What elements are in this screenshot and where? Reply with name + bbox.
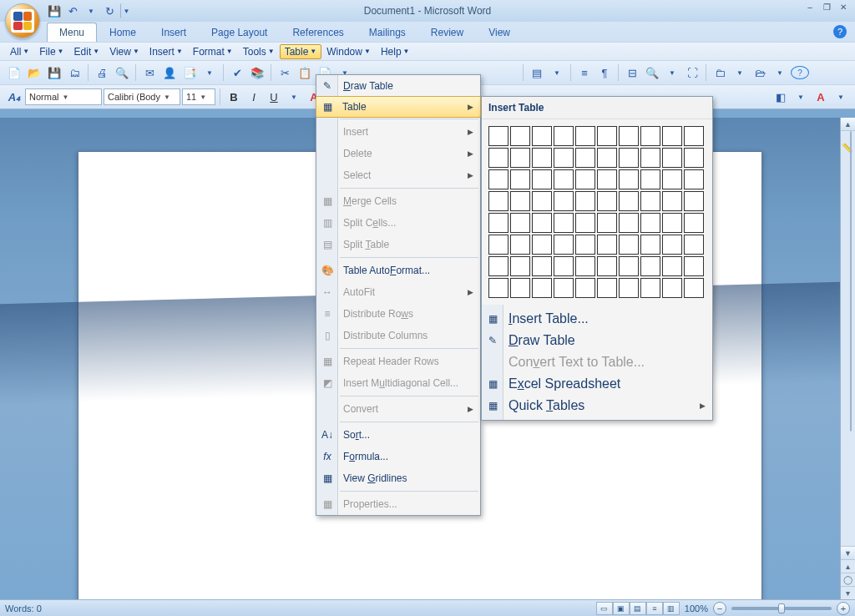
qat-redo-icon[interactable]: ↻ — [102, 3, 117, 18]
size-combo[interactable]: 11▼ — [182, 88, 215, 105]
zoom-slider-knob[interactable] — [778, 603, 785, 613]
mi-repeat-header[interactable]: ▦Repeat Header Rows — [316, 351, 480, 372]
align-icon[interactable]: ≡ — [575, 63, 594, 82]
grid-cell[interactable] — [684, 213, 704, 233]
grid-cell[interactable] — [597, 256, 617, 276]
grid-cell[interactable] — [532, 126, 552, 146]
grid-cell[interactable] — [640, 235, 660, 255]
grid-cell[interactable] — [532, 191, 552, 211]
grid-cell[interactable] — [662, 278, 682, 298]
grid-cell[interactable] — [619, 235, 639, 255]
grid-cell[interactable] — [640, 126, 660, 146]
font-color-dropdown[interactable]: ▼ — [832, 88, 850, 106]
grid-cell[interactable] — [510, 235, 530, 255]
grid-cell[interactable] — [619, 278, 639, 298]
zoom-in-button[interactable]: + — [837, 602, 850, 615]
menu-help[interactable]: Help▼ — [376, 44, 415, 59]
grid-cell[interactable] — [619, 148, 639, 168]
grid-cell[interactable] — [510, 148, 530, 168]
grid-cell[interactable] — [554, 191, 574, 211]
grid-cell[interactable] — [619, 256, 639, 276]
grid-cell[interactable] — [488, 191, 508, 211]
grid-cell[interactable] — [619, 169, 639, 189]
vertical-scrollbar[interactable]: 📏 ▲ ▼ ▴ ◯ ▾ — [840, 118, 855, 599]
italic-button[interactable]: I — [245, 88, 263, 106]
grid-cell[interactable] — [662, 235, 682, 255]
grid-cell[interactable] — [575, 148, 595, 168]
grid-cell[interactable] — [488, 235, 508, 255]
new-doc-icon[interactable]: 📄 — [5, 63, 23, 82]
grid-cell[interactable] — [532, 278, 552, 298]
grid-cell[interactable] — [488, 148, 508, 168]
grid-cell[interactable] — [554, 148, 574, 168]
mi-formula[interactable]: fxFormula... — [316, 446, 480, 467]
mi-table[interactable]: ▦Table▶ — [316, 96, 481, 118]
prev-page-button[interactable]: ▴ — [841, 559, 855, 573]
browse-object-button[interactable]: ◯ — [841, 573, 855, 586]
grid-cell[interactable] — [554, 126, 574, 146]
grid-cell[interactable] — [554, 278, 574, 298]
grid-cell[interactable] — [575, 191, 595, 211]
grid-cell[interactable] — [597, 213, 617, 233]
sub-quick-tables[interactable]: ▦Quick Tables▶ — [482, 395, 712, 417]
grid-cell[interactable] — [619, 126, 639, 146]
columns-dropdown[interactable]: ▼ — [548, 63, 566, 82]
zoom-dropdown[interactable]: ▼ — [663, 63, 681, 82]
font-combo[interactable]: Calibri (Body▼ — [104, 88, 180, 105]
grid-cell[interactable] — [684, 126, 704, 146]
grid-cell[interactable] — [510, 191, 530, 211]
scroll-up-button[interactable]: ▲ — [841, 118, 855, 131]
toolbar-dropdown-1[interactable]: ▼ — [200, 63, 219, 82]
grid-cell[interactable] — [662, 213, 682, 233]
style-a-icon[interactable]: A₄ — [5, 88, 23, 106]
tab-view[interactable]: View — [476, 23, 523, 42]
grid-cell[interactable] — [510, 169, 530, 189]
tab-page-layout[interactable]: Page Layout — [199, 23, 280, 42]
mi-merge-cells[interactable]: ▦Merge Cells — [316, 190, 480, 212]
close-button[interactable]: ✕ — [837, 3, 850, 12]
bold-button[interactable]: B — [225, 88, 243, 106]
grid-cell[interactable] — [532, 235, 552, 255]
columns-icon[interactable]: ▤ — [528, 63, 546, 82]
grid-cell[interactable] — [554, 169, 574, 189]
zoom-level[interactable]: 100% — [685, 603, 708, 613]
para-icon[interactable]: ¶ — [595, 63, 614, 82]
grid-cell[interactable] — [554, 213, 574, 233]
style-combo[interactable]: Normal▼ — [25, 88, 102, 105]
menu-table[interactable]: Table▼ — [280, 44, 322, 59]
full-screen-view[interactable]: ▣ — [613, 602, 630, 615]
menu-file[interactable]: File▼ — [34, 44, 68, 59]
mi-split-cells[interactable]: ▥Split Cells... — [316, 212, 480, 234]
grid-cell[interactable] — [554, 256, 574, 276]
zoom-icon[interactable]: 🔍 — [643, 63, 661, 82]
grid-cell[interactable] — [575, 235, 595, 255]
folder2-icon[interactable]: 🗁 — [751, 63, 769, 82]
sub-convert-text[interactable]: Convert Text to Table... — [482, 351, 712, 373]
mi-split-table[interactable]: ▤Split Table — [316, 234, 480, 255]
grid-cell[interactable] — [640, 213, 660, 233]
restore-button[interactable]: ❐ — [820, 3, 833, 12]
grid-cell[interactable] — [554, 235, 574, 255]
grid-cell[interactable] — [488, 213, 508, 233]
grid-cell[interactable] — [510, 213, 530, 233]
grid-cell[interactable] — [488, 256, 508, 276]
research-icon[interactable]: 📚 — [248, 63, 266, 82]
mi-sort[interactable]: A↓Sort... — [316, 424, 480, 446]
tab-references[interactable]: References — [280, 23, 356, 42]
grid-cell[interactable] — [640, 278, 660, 298]
grid-cell[interactable] — [575, 126, 595, 146]
ruler-toggle-icon[interactable]: 📏 — [840, 143, 855, 193]
zoom-slider[interactable] — [731, 607, 832, 610]
grid-cell[interactable] — [597, 126, 617, 146]
grid-cell[interactable] — [597, 191, 617, 211]
tab-review[interactable]: Review — [418, 23, 476, 42]
grid-cell[interactable] — [684, 191, 704, 211]
grid-cell[interactable] — [510, 126, 530, 146]
user-icon[interactable]: 👤 — [160, 63, 179, 82]
tab-home[interactable]: Home — [97, 23, 149, 42]
word-count[interactable]: Words: 0 — [5, 603, 42, 613]
grid-cell[interactable] — [597, 169, 617, 189]
spelling-icon[interactable]: ✔ — [228, 63, 246, 82]
draft-view[interactable]: ▥ — [663, 602, 680, 615]
mi-select[interactable]: Select▶ — [316, 164, 480, 186]
